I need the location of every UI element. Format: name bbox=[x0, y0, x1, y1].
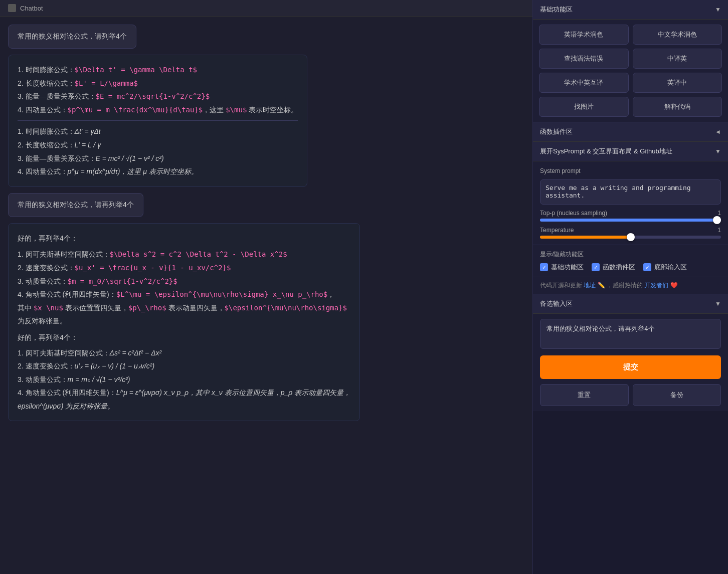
rendered-item-2-3: 3. 动质量公式：m = m₀ / √(1 − v²/c²) bbox=[18, 373, 350, 387]
rendered-item-1-4: 4. 四动量公式：p^μ = m(dx^μ/dτ)，这里 μ 表示时空坐标。 bbox=[18, 165, 298, 178]
math-2-2: u′ₓ = (uₓ − v) / (1 − uₓv/c²) bbox=[75, 362, 155, 370]
sysprompt-header[interactable]: 展开SysPrompt & 交互界面布局 & Github地址 ▼ bbox=[533, 142, 728, 161]
copy-button[interactable]: 备份 bbox=[633, 384, 721, 406]
top-p-fill bbox=[540, 219, 721, 222]
intro-2: 好的，再列举4个： bbox=[18, 232, 350, 245]
sysprompt-body: System prompt Serve me as a writing and … bbox=[533, 161, 728, 245]
latex-code-1-2: $L' = L/\gamma$ bbox=[75, 79, 138, 87]
temperature-label-row: Temperature 1 bbox=[540, 227, 721, 234]
rendered-item-1-1: 1. 时间膨胀公式：Δt′ = γΔt bbox=[18, 125, 298, 138]
rendered-list-2: 1. 闵可夫斯基时空间隔公式：Δs² = c²Δt² − Δx² 2. 速度变换… bbox=[18, 346, 350, 413]
checkbox-row: ✓ 基础功能区 ✓ 函数插件区 ✓ 底部输入区 bbox=[540, 263, 721, 272]
math-2-4: L^μ = ε^(μνρσ) x_ν p_ρ，其中 x_ν 表示位置四矢量，p_… bbox=[116, 389, 350, 397]
submit-button[interactable]: 提交 bbox=[540, 355, 721, 379]
right-panel: 基础功能区 ▼ 英语学术润色 中文学术润色 查找语法错误 中译英 学术中英互译 … bbox=[532, 0, 728, 574]
top-p-track[interactable] bbox=[540, 219, 721, 222]
reset-button[interactable]: 重置 bbox=[540, 384, 629, 406]
latex-code-1-3: $E = mc^2/\sqrt{1-v^2/c^2}$ bbox=[96, 92, 210, 100]
top-p-value: 1 bbox=[717, 210, 721, 217]
latex-list-2: 1. 闵可夫斯基时空间隔公式：$\Delta s^2 = c^2 \Delta … bbox=[18, 248, 350, 328]
latex-code-2-4b: $x \nu$ bbox=[34, 304, 63, 312]
checkbox-basic[interactable]: ✓ 基础功能区 bbox=[540, 263, 584, 272]
rendered-intro-2: 好的，再列举4个： bbox=[18, 331, 350, 344]
latex-item-2-1: 1. 闵可夫斯基时空间隔公式：$\Delta s^2 = c^2 \Delta … bbox=[18, 248, 350, 261]
heart-icon: ❤️ bbox=[670, 282, 678, 289]
backup-header[interactable]: 备选输入区 ▼ bbox=[533, 294, 728, 314]
sysprompt-label: System prompt bbox=[540, 167, 721, 174]
math-2-3: m = m₀ / √(1 − v²/c²) bbox=[68, 375, 130, 384]
temperature-value: 1 bbox=[717, 227, 721, 234]
top-p-row: Top-p (nucleus sampling) 1 bbox=[540, 210, 721, 222]
checkbox-plugin[interactable]: ✓ 函数插件区 bbox=[592, 263, 635, 272]
top-p-label: Top-p (nucleus sampling) bbox=[540, 210, 607, 217]
top-p-thumb[interactable] bbox=[713, 216, 721, 224]
chat-header: Chatbot bbox=[0, 0, 532, 17]
checkbox-box-plugin: ✓ bbox=[592, 263, 600, 271]
temperature-fill bbox=[540, 236, 631, 239]
show-hide-label: 显示/隐藏功能区 bbox=[540, 250, 721, 259]
latex-item-1-1: 1. 时间膨胀公式：$\Delta t' = \gamma \Delta t$ bbox=[18, 63, 298, 77]
basic-section-label: 基础功能区 bbox=[540, 5, 573, 14]
sysprompt-section-label: 展开SysPrompt & 交互界面布局 & Github地址 bbox=[540, 147, 672, 156]
user-message-2: 常用的狭义相对论公式，请再列举4个 bbox=[8, 193, 143, 217]
user-text-2: 常用的狭义相对论公式，请再列举4个 bbox=[18, 201, 134, 209]
latex-code-2-1: $\Delta s^2 = c^2 \Delta t^2 - \Delta x^… bbox=[110, 250, 287, 258]
temperature-thumb[interactable] bbox=[627, 233, 635, 241]
btn-find-image[interactable]: 找图片 bbox=[539, 97, 629, 117]
latex-item-1-4: 4. 四动量公式：$p^\mu = m \frac{dx^\mu}{d\tau}… bbox=[18, 103, 298, 117]
footer-devs[interactable]: 开发者们 bbox=[644, 282, 668, 289]
separator-1 bbox=[18, 120, 298, 121]
latex-code-2-3: $m = m_0/\sqrt{1-v^2/c^2}$ bbox=[68, 277, 177, 285]
footer-text: 代码开源和更新 bbox=[540, 282, 582, 289]
footer-link[interactable]: 地址 bbox=[584, 282, 596, 289]
backup-section: 备选输入区 ▼ 常用的狭义相对论公式，请再列举4个 提交 重置 备份 bbox=[533, 294, 728, 411]
user-text-1: 常用的狭义相对论公式，请列举4个 bbox=[18, 32, 127, 40]
rendered-item-2-2: 2. 速度变换公式：u′ₓ = (uₓ − v) / (1 − uₓv/c²) bbox=[18, 359, 350, 373]
latex-code-2-4c: $p\_\rho$ bbox=[128, 304, 166, 312]
temperature-track[interactable] bbox=[540, 236, 721, 239]
assistant-message-1: 1. 时间膨胀公式：$\Delta t' = \gamma \Delta t$ … bbox=[8, 55, 307, 187]
user-message-1: 常用的狭义相对论公式，请列举4个 bbox=[8, 25, 136, 49]
btn-chinese-polish[interactable]: 中文学术润色 bbox=[633, 25, 722, 45]
math-1-3: E = mc² / √(1 − v² / c²) bbox=[96, 154, 164, 162]
math-1-4: p^μ = m(dx^μ/dτ)，这里 μ 表示时空坐标。 bbox=[68, 167, 198, 175]
btn-explain-code[interactable]: 解释代码 bbox=[633, 97, 722, 117]
latex-list-1: 1. 时间膨胀公式：$\Delta t' = \gamma \Delta t$ … bbox=[18, 63, 298, 116]
btn-cn-to-en[interactable]: 中译英 bbox=[633, 49, 722, 69]
latex-item-1-3: 3. 能量—质量关系公式：$E = mc^2/\sqrt{1-v^2/c^2}$ bbox=[18, 90, 298, 103]
latex-code-2-2: $u_x' = \frac{u_x - v}{1 - u_xv/c^2}$ bbox=[75, 264, 231, 272]
sysprompt-arrow: ▼ bbox=[715, 148, 721, 155]
btn-english-polish[interactable]: 英语学术润色 bbox=[539, 25, 629, 45]
footer-links: 代码开源和更新 地址 ✏️ ，感谢热情的 开发者们 ❤️ bbox=[533, 277, 728, 294]
top-p-label-row: Top-p (nucleus sampling) 1 bbox=[540, 210, 721, 217]
chat-title: Chatbot bbox=[20, 5, 43, 12]
checkbox-input[interactable]: ✓ 底部输入区 bbox=[643, 263, 687, 272]
latex-item-2-4: 4. 角动量公式 (利用四维矢量)：$L^\mu = \epsilon^{\mu… bbox=[18, 288, 350, 328]
checkbox-box-basic: ✓ bbox=[540, 263, 548, 271]
basic-functions-grid: 英语学术润色 中文学术润色 查找语法错误 中译英 学术中英互译 英译中 找图片 … bbox=[533, 20, 728, 122]
basic-section-arrow: ▼ bbox=[715, 6, 721, 13]
btn-grammar-check[interactable]: 查找语法错误 bbox=[539, 49, 629, 69]
latex-item-1-2: 2. 长度收缩公式：$L' = L/\gamma$ bbox=[18, 77, 298, 90]
math-1-2: L′ = L / γ bbox=[75, 141, 101, 149]
footer-thanks: ，感谢热情的 bbox=[607, 282, 643, 289]
math-1-1: Δt′ = γΔt bbox=[75, 127, 101, 135]
sysprompt-input[interactable]: Serve me as a writing and programming as… bbox=[540, 179, 721, 205]
plugin-section-header[interactable]: 函数插件区 ◄ bbox=[533, 122, 728, 142]
btn-academic-translate[interactable]: 学术中英互译 bbox=[539, 73, 629, 93]
latex-code-2-4d: $\epsilon^{\mu\nu\rho\sigma}$ bbox=[225, 304, 347, 312]
show-hide-section: 显示/隐藏功能区 ✓ 基础功能区 ✓ 函数插件区 ✓ 底部输入区 bbox=[533, 245, 728, 277]
latex-code-1-1: $\Delta t' = \gamma \Delta t$ bbox=[75, 66, 197, 74]
checkbox-label-plugin: 函数插件区 bbox=[603, 263, 635, 272]
btn-en-to-cn[interactable]: 英译中 bbox=[633, 73, 722, 93]
bottom-row: 重置 备份 bbox=[533, 384, 728, 411]
chat-icon bbox=[8, 4, 16, 12]
temperature-row: Temperature 1 bbox=[540, 227, 721, 239]
latex-item-2-3: 3. 动质量公式：$m = m_0/\sqrt{1-v^2/c^2}$ bbox=[18, 275, 350, 288]
latex-code-1-4: $p^\mu = m \frac{dx^\mu}{d\tau}$ bbox=[68, 106, 203, 114]
basic-section-header[interactable]: 基础功能区 ▼ bbox=[533, 0, 728, 20]
latex-code-1-4b: $\mu$ bbox=[226, 106, 247, 114]
backup-input[interactable]: 常用的狭义相对论公式，请再列举4个 bbox=[540, 319, 721, 349]
checkbox-box-input: ✓ bbox=[643, 263, 651, 271]
rendered-item-1-3: 3. 能量—质量关系公式：E = mc² / √(1 − v² / c²) bbox=[18, 152, 298, 165]
